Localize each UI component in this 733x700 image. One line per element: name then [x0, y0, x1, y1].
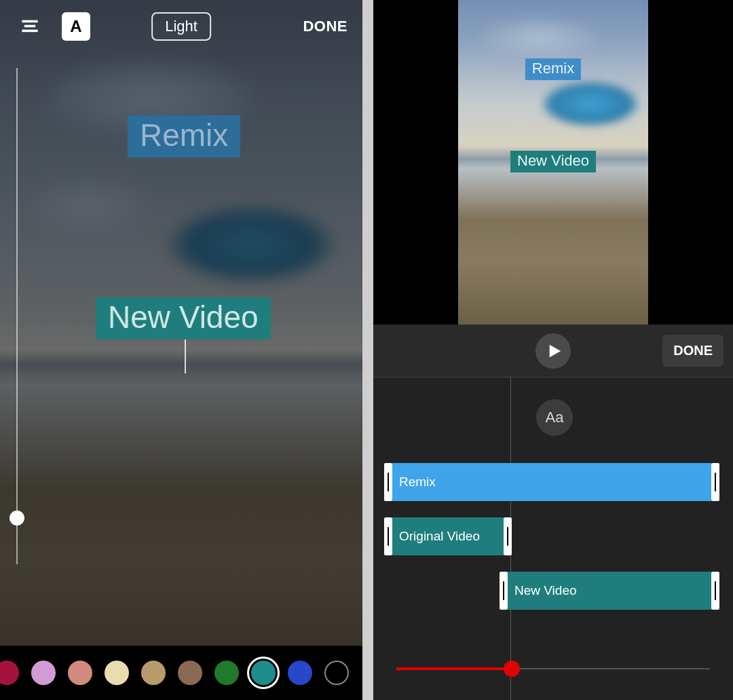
text-background-toggle[interactable]: A	[62, 12, 90, 41]
svg-rect-1	[24, 25, 35, 28]
text-editor-panel: A Light DONE Remix New Video	[0, 0, 362, 700]
add-text-chip[interactable]: Aa	[536, 399, 573, 436]
panel-divider	[362, 0, 373, 700]
text-overlay-new-video[interactable]: New Video	[96, 297, 271, 339]
text-toolbar: A Light DONE	[0, 0, 362, 53]
track-row: Original Video	[373, 517, 733, 555]
clip-label: Original Video	[399, 529, 480, 544]
color-swatch-teal[interactable]	[251, 661, 276, 685]
svg-rect-0	[22, 20, 37, 23]
clip-label: Remix	[399, 475, 436, 490]
text-overlay-remix[interactable]: Remix	[128, 115, 240, 158]
color-palette	[0, 646, 362, 700]
text-background-toggle-label: A	[70, 17, 81, 36]
track-row: Remix	[373, 463, 733, 501]
clip-handle-left[interactable]	[384, 517, 392, 555]
clip-remix[interactable]: Remix	[384, 463, 719, 501]
zoom-slider-knob[interactable]	[504, 661, 520, 677]
clip-original-video[interactable]: Original Video	[384, 517, 512, 555]
zoom-slider[interactable]	[396, 661, 710, 677]
clip-handle-left[interactable]	[384, 463, 392, 501]
preview-overlay-remix: Remix	[525, 58, 581, 80]
clip-handle-right[interactable]	[711, 572, 719, 610]
text-align-icon[interactable]	[15, 12, 45, 41]
playback-controls: DONE	[373, 325, 733, 377]
zoom-slider-track	[512, 668, 710, 669]
color-swatch-blue[interactable]	[288, 661, 312, 685]
color-swatch-tan[interactable]	[141, 661, 166, 685]
tracks-container: Remix Original Video New Video	[373, 463, 733, 626]
clip-label: New Video	[514, 583, 577, 598]
clip-handle-right[interactable]	[504, 517, 512, 555]
color-swatch-orchid[interactable]	[31, 661, 56, 685]
text-cursor	[185, 339, 186, 373]
color-swatch-salmon[interactable]	[68, 661, 92, 685]
text-size-slider-knob[interactable]	[10, 511, 24, 526]
color-swatch-green[interactable]	[214, 661, 239, 685]
clip-handle-left[interactable]	[500, 572, 508, 610]
zoom-slider-fill	[396, 667, 512, 670]
preview-overlay-new-video: New Video	[510, 151, 596, 172]
font-style-button[interactable]: Light	[151, 12, 211, 41]
color-swatch-crimson[interactable]	[0, 661, 19, 685]
play-icon	[547, 344, 562, 358]
clip-new-video[interactable]: New Video	[500, 572, 719, 610]
color-swatch-cream[interactable]	[105, 661, 129, 685]
svg-rect-2	[22, 30, 37, 33]
color-swatch-black[interactable]	[324, 661, 349, 685]
text-size-slider-track[interactable]	[16, 68, 18, 564]
timeline-panel: Remix New Video DONE Aa Remix Original	[373, 0, 733, 700]
done-button[interactable]: DONE	[303, 18, 347, 35]
track-row: New Video	[373, 572, 733, 610]
color-swatch-brown[interactable]	[178, 661, 202, 685]
preview-area: Remix New Video	[373, 0, 733, 325]
video-preview[interactable]: Remix New Video	[458, 0, 648, 325]
timeline[interactable]: Aa Remix Original Video New V	[373, 377, 733, 700]
clip-handle-right[interactable]	[711, 463, 719, 501]
play-button[interactable]	[535, 333, 571, 369]
done-button[interactable]: DONE	[662, 335, 723, 367]
